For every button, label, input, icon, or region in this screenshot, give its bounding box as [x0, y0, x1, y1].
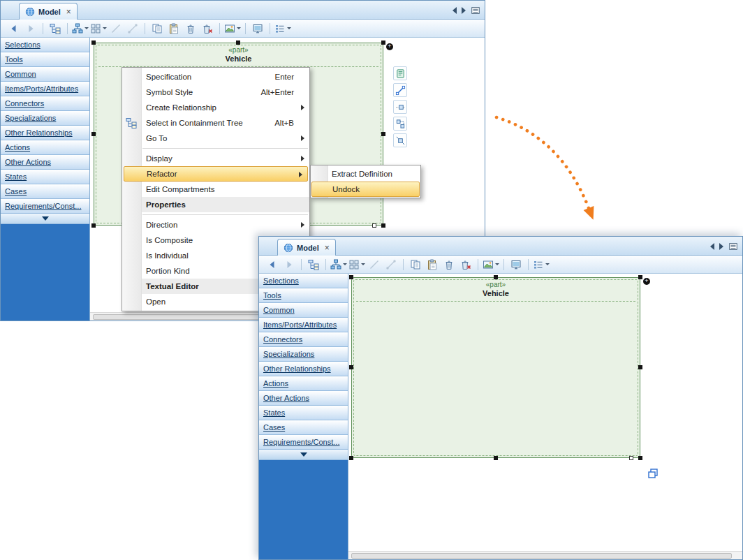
draw-path-button[interactable] — [125, 22, 140, 36]
palette-group[interactable]: Actions — [1, 140, 89, 155]
tab-list-icon[interactable] — [728, 242, 738, 251]
palette-group[interactable]: Specializations — [259, 347, 348, 362]
palette-group[interactable]: Common — [1, 67, 89, 82]
forward-button[interactable] — [23, 22, 38, 36]
add-compartment-handle[interactable]: + — [386, 43, 393, 50]
palette-group[interactable]: Requirements/Const... — [259, 435, 348, 450]
align-shapes-button[interactable] — [330, 258, 347, 272]
add-compartment-handle[interactable]: + — [643, 278, 650, 285]
palette-group[interactable]: Selections — [259, 274, 348, 288]
part-vehicle-symbol[interactable]: «part» Vehicle — [351, 277, 640, 458]
delete-from-model-button[interactable] — [200, 22, 215, 36]
close-tab-icon[interactable]: × — [325, 244, 330, 252]
containment-tree-button[interactable] — [47, 22, 63, 36]
palette-group[interactable]: Tools — [259, 288, 348, 303]
create-proxy-port-button[interactable] — [393, 133, 407, 147]
resize-handle[interactable] — [91, 223, 96, 228]
resize-handle[interactable] — [638, 365, 642, 369]
paste-button[interactable] — [166, 22, 182, 36]
layout-button[interactable] — [90, 22, 107, 36]
palette-group[interactable]: Connectors — [259, 332, 348, 347]
delete-button[interactable] — [183, 22, 198, 36]
palette-group[interactable]: Requirements/Const... — [1, 199, 89, 214]
create-port-button[interactable] — [393, 100, 407, 114]
delete-button[interactable] — [441, 258, 457, 272]
submenu-item-extract-definition[interactable]: Extract Definition — [311, 166, 420, 182]
draw-path-button[interactable] — [383, 258, 399, 272]
copy-button[interactable] — [408, 258, 423, 272]
palette-group[interactable]: Cases — [1, 184, 89, 199]
diagram-canvas[interactable]: «part» Vehicle + — [348, 274, 742, 559]
palette-collapse-button[interactable] — [259, 450, 348, 460]
menu-item-go-to[interactable]: Go To — [122, 131, 309, 146]
create-nested-port-button[interactable] — [393, 117, 407, 131]
diagram-options-button[interactable] — [533, 258, 550, 272]
palette-group[interactable]: Other Relationships — [1, 126, 89, 140]
draw-line-button[interactable] — [108, 22, 124, 36]
layout-button[interactable] — [348, 258, 365, 272]
resize-handle[interactable] — [236, 40, 240, 45]
menu-item-symbol-style[interactable]: Symbol Style Alt+Enter — [122, 84, 309, 100]
scroll-tabs-left-icon[interactable] — [710, 243, 714, 250]
palette-group[interactable]: States — [1, 170, 89, 184]
resize-handle[interactable] — [629, 456, 633, 460]
resize-handle[interactable] — [349, 365, 353, 369]
back-button[interactable] — [265, 258, 280, 272]
note-button[interactable] — [393, 66, 407, 80]
palette-group[interactable]: Tools — [1, 52, 89, 67]
resize-handle[interactable] — [494, 456, 498, 460]
align-shapes-button[interactable] — [72, 22, 89, 36]
resize-handle[interactable] — [372, 223, 376, 228]
menu-item-create-relationship[interactable]: Create Relationship — [122, 100, 309, 115]
delete-from-model-button[interactable] — [458, 258, 473, 272]
palette-group[interactable]: Connectors — [1, 96, 89, 111]
palette-group[interactable]: Other Actions — [1, 155, 89, 170]
save-as-image-button[interactable] — [483, 258, 499, 272]
tab-list-icon[interactable] — [471, 6, 480, 15]
palette-group[interactable]: Selections — [1, 38, 89, 52]
menu-item-refactor[interactable]: Refactor — [124, 166, 308, 182]
menu-item-select-in-containment-tree[interactable]: Select in Containment Tree Alt+B — [122, 115, 309, 131]
forward-button[interactable] — [281, 258, 297, 272]
menu-item-properties[interactable]: Properties — [142, 197, 309, 212]
palette-collapse-button[interactable] — [1, 214, 89, 224]
palette-group[interactable]: Items/Ports/Attributes — [259, 318, 348, 332]
resize-handle[interactable] — [349, 456, 353, 460]
resize-handle[interactable] — [494, 275, 498, 279]
copy-button[interactable] — [149, 22, 165, 36]
palette-group[interactable]: Specializations — [1, 111, 89, 126]
resize-handle[interactable] — [91, 132, 96, 136]
resize-handle[interactable] — [349, 275, 353, 279]
palette-group[interactable]: Cases — [259, 420, 348, 435]
diagram-options-button[interactable] — [274, 22, 291, 36]
menu-item-edit-compartments[interactable]: Edit Compartments — [122, 182, 309, 197]
containment-tree-button[interactable] — [306, 258, 321, 272]
menu-item-specification[interactable]: Specification Enter — [122, 69, 309, 84]
resize-handle[interactable] — [381, 223, 385, 228]
menu-item-direction[interactable]: Direction — [122, 217, 309, 233]
open-in-new-window-icon[interactable] — [647, 468, 659, 479]
save-as-image-button[interactable] — [224, 22, 241, 36]
draw-line-button[interactable] — [367, 258, 382, 272]
create-connector-button[interactable] — [393, 83, 407, 97]
palette-group[interactable]: Items/Ports/Attributes — [1, 82, 89, 96]
full-screen-button[interactable] — [250, 22, 265, 36]
back-button[interactable] — [6, 22, 22, 36]
palette-group[interactable]: Actions — [259, 376, 348, 391]
scroll-tabs-right-icon[interactable] — [719, 243, 723, 250]
scroll-tabs-left-icon[interactable] — [453, 7, 457, 14]
scroll-tabs-right-icon[interactable] — [462, 7, 466, 14]
paste-button[interactable] — [425, 258, 440, 272]
resize-handle[interactable] — [638, 456, 642, 460]
resize-handle[interactable] — [381, 132, 385, 136]
full-screen-button[interactable] — [508, 258, 524, 272]
palette-group[interactable]: States — [259, 406, 348, 420]
palette-group[interactable]: Other Relationships — [259, 362, 348, 376]
tab-model[interactable]: Model × — [277, 239, 336, 256]
palette-group[interactable]: Common — [259, 303, 348, 318]
resize-handle[interactable] — [638, 275, 642, 279]
menu-item-display[interactable]: Display — [122, 151, 309, 166]
tab-model[interactable]: Model × — [19, 3, 78, 20]
submenu-item-undock[interactable]: Undock — [311, 182, 420, 197]
resize-handle[interactable] — [91, 40, 96, 45]
